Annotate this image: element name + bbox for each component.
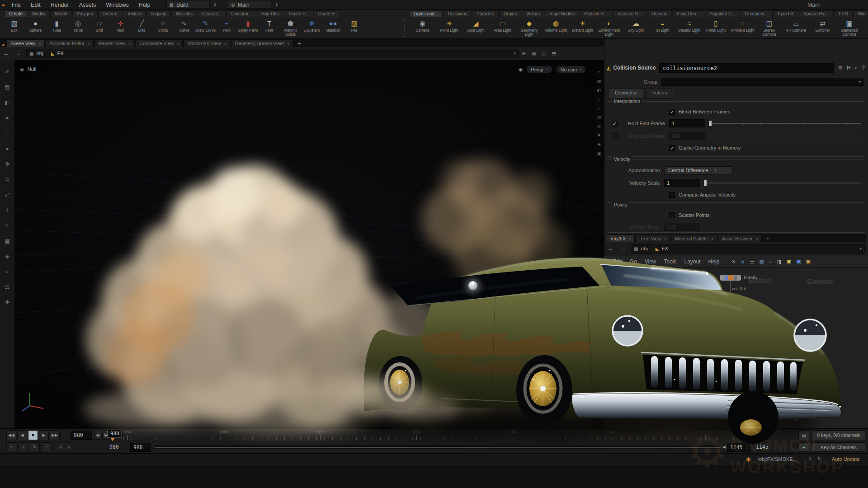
pane-tab-marker-icon[interactable]: ◂	[177, 42, 179, 46]
hold-first-frame-field[interactable]: 1	[669, 119, 705, 127]
shelf-tab[interactable]: Hair Utils	[257, 10, 284, 17]
timeline-ruler[interactable]: 984 1008 1032 1056 1080 1104 1128 98	[108, 430, 771, 441]
add-pane-tab-button[interactable]: +	[294, 40, 305, 47]
desktop-spinner[interactable]: ⇕	[213, 2, 217, 7]
audio-icon[interactable]: ♪	[18, 442, 28, 451]
pane-tab-marker-icon[interactable]: ◂	[224, 42, 226, 46]
compute-angular-velocity-checkbox[interactable]	[669, 192, 675, 198]
shelf-tool[interactable]: ◒ GI Light	[649, 18, 676, 38]
shelf-tool[interactable]: ▭ Area Light	[489, 18, 516, 38]
viewport-display-option-icon[interactable]: ▦	[595, 78, 603, 85]
velocity-scale-field[interactable]: 1	[664, 179, 700, 187]
network-toolbar-icon[interactable]: ⋔	[741, 259, 745, 265]
pane-tab[interactable]: Geometry Spreadsheet◂	[231, 39, 293, 47]
viewport-tool-icon[interactable]: ↻	[2, 174, 13, 185]
shelf-tab[interactable]: Rigging	[146, 10, 171, 17]
viewport-tool-icon[interactable]: ⌕	[2, 266, 13, 277]
viewport-tool-icon[interactable]: ☷	[2, 282, 13, 292]
viewport-display-option-icon[interactable]: ⌗	[595, 96, 603, 103]
playback-range-slider[interactable]	[154, 446, 722, 449]
projection-menu[interactable]: Persp▾	[526, 66, 552, 73]
shelf-tool[interactable]: ○ Circle	[152, 18, 174, 38]
shelf-tab[interactable]: Rigid Bodies	[545, 10, 579, 17]
viewport-display-option-icon[interactable]: ◐	[595, 105, 603, 112]
shelf-tab[interactable]: Collisions	[443, 10, 472, 17]
jump-to-start-button[interactable]: ◀◀	[6, 430, 16, 440]
pane-tab-marker-icon[interactable]: ◂	[629, 237, 631, 241]
radial-spinner[interactable]: ⇕	[275, 2, 278, 7]
shelf-tab[interactable]: Fluid Con...	[672, 10, 704, 17]
shelf-tool[interactable]: T Font	[259, 18, 280, 38]
breadcrumb-fx[interactable]: ◣FX	[48, 49, 68, 58]
key-all-channels-button[interactable]: Key All Channels	[812, 442, 865, 452]
shelf-tab[interactable]: Wires	[853, 10, 866, 17]
network-toolbar-icon[interactable]: ✕	[731, 259, 736, 265]
playback-clock-icon[interactable]: ◔	[42, 442, 52, 451]
network-toolbar-icon[interactable]: ▦	[760, 259, 764, 265]
scene-viewport[interactable]: ✐▤◧➤◌●✥↻⤢✛⌗▦◈⌕☷✚ ▣ Null ◉ Persp▾ No cam▾…	[0, 60, 604, 428]
viewport-display-option-icon[interactable]: ◍	[595, 123, 603, 130]
back-arrow-icon[interactable]: ←	[0, 50, 12, 57]
network-editor-canvas[interactable]: Edition Geome rt3 blast5 out: 0-4 ert3 a…	[604, 267, 868, 428]
network-menu-item[interactable]: Go	[630, 258, 637, 265]
network-menu-item[interactable]: View	[645, 258, 656, 265]
status-spinner-icon[interactable]: ⇕	[808, 456, 812, 461]
node-name-field[interactable]: collisionsource2	[659, 63, 834, 73]
shelf-tool[interactable]: ◌ Ambient Light	[729, 18, 756, 38]
viewport-tool-icon[interactable]: ✐	[2, 66, 13, 77]
step-back-button[interactable]: ◀|	[94, 431, 101, 440]
shelf-tool[interactable]: ● Sphere	[25, 18, 46, 38]
pane-tab-marker-icon[interactable]: ◂	[287, 42, 289, 46]
desktop-selector[interactable]: ▦ Build	[166, 1, 210, 9]
shelf-tool[interactable]: ∿ Curve	[174, 18, 195, 38]
playhead-marker[interactable]	[110, 438, 115, 441]
shelf-tab[interactable]: Polygon	[72, 10, 98, 17]
shelf-tool[interactable]: ☁ Sky Light	[623, 18, 649, 38]
node-blast5[interactable]	[720, 275, 741, 281]
group-field[interactable]	[661, 78, 864, 86]
network-toolbar-icon[interactable]: ☰	[750, 259, 755, 265]
keyframe-options-icon[interactable]: ▤	[798, 430, 809, 440]
forward-arrow-icon[interactable]: →	[617, 245, 629, 252]
path-field[interactable]: ▦obj ◣FX ▾	[26, 49, 519, 58]
path-dropdown-icon[interactable]: ▾	[511, 51, 519, 56]
help-icon[interactable]: ?	[862, 65, 865, 71]
shelf-tab[interactable]: Guide B...	[314, 10, 339, 17]
play-backward-button[interactable]: ◀	[17, 430, 27, 440]
range-handle-icon[interactable]: ◀	[722, 445, 726, 449]
pane-tab[interactable]: Render View◂	[94, 39, 135, 47]
pane-tab[interactable]: Material Palette◂	[671, 235, 717, 242]
shelf-tool[interactable]: ✛ Null	[110, 18, 131, 38]
hold-first-frame-checkbox[interactable]: ✓	[612, 121, 618, 127]
shelf-tool[interactable]: ▮ Tube	[46, 18, 67, 38]
status-node-path[interactable]: /obj/FX/SMOKE...	[758, 456, 797, 462]
realtime-toggle-icon[interactable]: ↻	[30, 442, 40, 451]
shelf-tab[interactable]: Lights and...	[409, 10, 443, 17]
back-arrow-icon[interactable]: ←	[604, 245, 617, 252]
shelf-tool[interactable]: ◎ Torus	[67, 18, 89, 38]
shelf-tab[interactable]: Particle Fl...	[580, 10, 613, 17]
shelf-tab[interactable]: Muscles	[171, 10, 197, 17]
crosshair-icon[interactable]: ⊕	[519, 51, 528, 56]
viewport-tool-icon[interactable]: ⌗	[2, 220, 13, 231]
viewport-display-option-icon[interactable]: ⚑	[595, 132, 603, 139]
shelf-tool[interactable]: ▧ Box	[4, 18, 25, 38]
search-icon[interactable]: ⌕	[855, 65, 858, 71]
shelf-tool[interactable]: ◆ Geometry Light	[516, 18, 542, 38]
pane-tab[interactable]: Composite View◂	[135, 39, 183, 47]
shelf-tab[interactable]: FEM	[834, 10, 853, 17]
pane-maximize-icon[interactable]: ⬒	[549, 51, 559, 56]
tab-geometry[interactable]: Geometry	[608, 89, 643, 99]
viewport-tool-icon[interactable]: ✛	[2, 205, 13, 216]
radial-menu-selector[interactable]: ◎ Main	[228, 1, 271, 9]
menubar-item[interactable]: Windows	[101, 0, 134, 10]
shelf-tab[interactable]: Vellum	[522, 10, 544, 17]
hold-first-frame-slider[interactable]	[709, 120, 861, 127]
shelf-tab[interactable]: Modify	[28, 10, 50, 17]
forward-arrow-icon[interactable]: →	[12, 50, 24, 57]
scatter-points-checkbox[interactable]	[669, 212, 675, 218]
jump-to-end-button[interactable]: ▶▶	[50, 430, 60, 440]
shelf-tab[interactable]: Charact...	[198, 10, 226, 17]
viewport-display-option-icon[interactable]: ▤	[595, 114, 603, 121]
node-flag[interactable]	[628, 407, 631, 411]
